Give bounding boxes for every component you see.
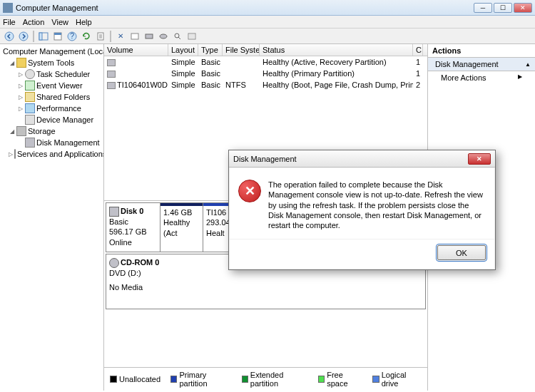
actions-context[interactable]: Disk Management▲	[428, 58, 535, 71]
share-icon	[25, 92, 35, 102]
vol-cap: 2	[413, 80, 423, 90]
window-title: Computer Management	[16, 4, 474, 12]
dialog-body: ✕ The operation failed to complete becau…	[230, 168, 494, 239]
disk-icon	[109, 207, 119, 217]
volume-row[interactable]: Simple Basic Healthy (Active, Recovery P…	[104, 56, 427, 68]
tree-label: Services and Applications	[17, 150, 104, 158]
rescan-icon[interactable]	[143, 30, 156, 43]
refresh-button[interactable]	[80, 30, 93, 43]
app-icon	[3, 3, 13, 13]
part-status: Healthy (Act	[163, 217, 200, 238]
expand-icon[interactable]: ▷	[9, 151, 13, 158]
tree-event-viewer[interactable]: ▷Event Viewer	[1, 80, 102, 91]
actions-more[interactable]: More Actions▶	[428, 71, 535, 84]
col-filesystem[interactable]: File System	[223, 44, 260, 56]
tree-root[interactable]: Computer Management (Local)	[1, 46, 102, 57]
col-status[interactable]: Status	[260, 44, 413, 56]
col-capacity[interactable]: C	[413, 44, 423, 56]
svg-rect-3	[39, 33, 42, 40]
tree-performance[interactable]: ▷Performance	[1, 103, 102, 114]
menu-view[interactable]: View	[51, 18, 68, 26]
legend-swatch	[318, 376, 325, 383]
svg-text:?: ?	[70, 31, 74, 40]
close-button[interactable]: ✕	[514, 3, 532, 13]
clock-icon	[25, 69, 35, 79]
services-icon	[14, 149, 16, 159]
legend-primary: Primary partition	[170, 371, 231, 388]
menu-file[interactable]: File	[3, 18, 16, 26]
legend-label: Unallocated	[119, 375, 160, 383]
col-layout[interactable]: Layout	[168, 44, 198, 56]
storage-icon	[16, 126, 26, 136]
volume-header: Volume Layout Type File System Status C	[104, 44, 427, 56]
folder-icon	[16, 58, 26, 68]
dialog-titlebar[interactable]: Disk Management ✕	[229, 150, 495, 167]
partition[interactable]: 1.46 GB Healthy (Act	[160, 203, 203, 252]
chevron-right-icon: ▶	[518, 73, 522, 82]
tree-device-manager[interactable]: Device Manager	[1, 114, 102, 125]
disk-info: Disk 0 Basic 596.17 GB Online	[106, 203, 160, 252]
dialog-close-button[interactable]: ✕	[468, 153, 491, 165]
nav-back-button[interactable]	[3, 30, 16, 43]
delete-icon[interactable]: ✕	[114, 30, 127, 43]
perf-icon	[25, 103, 35, 113]
vol-type: Basic	[198, 80, 223, 90]
dialog-footer: OK	[230, 239, 494, 269]
legend-swatch	[170, 376, 177, 383]
disk-icon	[25, 138, 35, 148]
actions-context-label: Disk Management	[435, 60, 499, 68]
properties-button[interactable]	[51, 30, 64, 43]
volume-row[interactable]: TI106401W0D (C:) Simple Basic NTFS Healt…	[104, 79, 427, 91]
collapse-icon[interactable]: ◢	[9, 60, 15, 66]
tree-system-tools[interactable]: ◢System Tools	[1, 57, 102, 68]
tree-services[interactable]: ▷Services and Applications	[1, 148, 102, 160]
expand-icon[interactable]: ▷	[17, 71, 24, 78]
volume-icon	[107, 82, 116, 89]
vol-fs	[223, 68, 260, 78]
tree-shared-folders[interactable]: ▷Shared Folders	[1, 91, 102, 103]
tree-label: Storage	[28, 127, 56, 135]
list-icon[interactable]	[185, 30, 198, 43]
collapse-icon[interactable]: ◢	[9, 128, 15, 135]
legend-free: Free space	[318, 371, 362, 388]
expand-icon[interactable]: ▷	[17, 83, 24, 89]
nav-tree: Computer Management (Local) ◢System Tool…	[0, 44, 104, 391]
expand-icon[interactable]: ▷	[17, 105, 24, 112]
settings-icon[interactable]	[128, 30, 141, 43]
help-button[interactable]: ?	[66, 30, 78, 43]
svg-point-11	[160, 34, 167, 38]
volume-icon	[107, 59, 116, 66]
ok-button[interactable]: OK	[437, 245, 486, 260]
tree-disk-management[interactable]: Disk Management	[1, 137, 102, 148]
disk-icon[interactable]	[157, 30, 170, 43]
menu-action[interactable]: Action	[23, 18, 45, 26]
legend-logical: Logical drive	[372, 371, 422, 388]
vol-layout: Simple	[168, 68, 198, 78]
minimize-button[interactable]: ─	[474, 3, 492, 13]
export-button[interactable]	[94, 30, 107, 43]
expand-icon[interactable]: ▷	[17, 94, 24, 100]
volume-icon	[107, 71, 116, 78]
vol-type: Basic	[198, 57, 223, 67]
device-icon	[25, 115, 35, 125]
show-hide-tree-button[interactable]	[37, 30, 50, 43]
maximize-button[interactable]: ☐	[494, 3, 512, 13]
vol-fs	[223, 57, 260, 67]
disk-size: 596.17 GB	[109, 227, 157, 237]
menu-help[interactable]: Help	[76, 18, 92, 26]
tree-task-scheduler[interactable]: ▷Task Scheduler	[1, 68, 102, 80]
disk-type: Basic	[109, 217, 157, 227]
dialog-message: The operation failed to complete because…	[268, 180, 486, 230]
nav-forward-button[interactable]	[17, 30, 30, 43]
view-icon[interactable]	[171, 30, 184, 43]
event-icon	[25, 81, 35, 91]
volume-row[interactable]: Simple Basic Healthy (Primary Partition)…	[104, 68, 427, 79]
svg-point-1	[19, 32, 28, 41]
col-volume[interactable]: Volume	[104, 44, 168, 56]
disk-media: No Media	[109, 282, 422, 292]
legend-label: Logical drive	[382, 371, 422, 388]
tree-label: Device Manager	[36, 115, 93, 124]
tree-storage[interactable]: ◢Storage	[1, 125, 102, 137]
vol-status: Healthy (Active, Recovery Partition)	[260, 57, 413, 67]
col-type[interactable]: Type	[198, 44, 223, 56]
